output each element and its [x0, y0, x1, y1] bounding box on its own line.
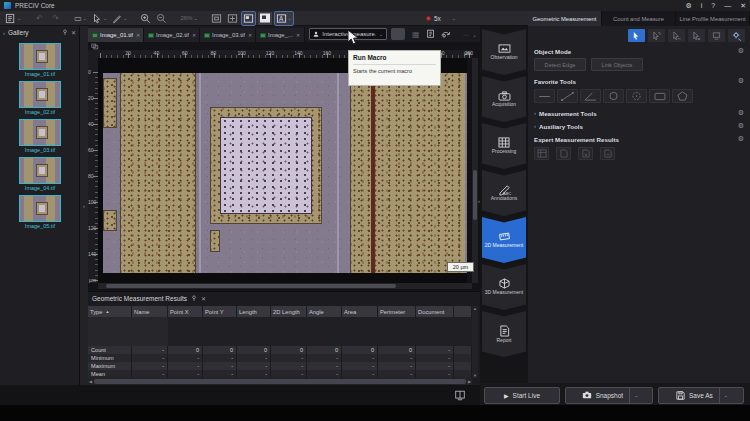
polygon-tool-button[interactable]	[672, 89, 693, 103]
summary-row[interactable]: Minimum---------	[88, 354, 472, 362]
edit-object-button[interactable]	[668, 29, 685, 42]
zoom-in-button[interactable]	[139, 12, 152, 25]
link-objects-button[interactable]: Link Objects	[591, 58, 643, 71]
line-tool-button[interactable]	[534, 89, 555, 103]
measurement-tools-header[interactable]: › Measurement Tools ⚙	[528, 106, 750, 119]
close-icon[interactable]: ✕	[740, 2, 746, 10]
snapshot-options-chevron[interactable]: ⌄	[629, 388, 642, 403]
document-tab[interactable]: Image_... ✕	[256, 28, 305, 42]
magnification-dropdown[interactable]: 5x ⌄	[426, 15, 456, 22]
column-header[interactable]: Type ▲	[88, 306, 132, 317]
snapshot-button[interactable]: Snapshot ⌄	[565, 387, 653, 404]
microscope-image[interactable]	[103, 73, 467, 273]
object-settings-button[interactable]	[728, 29, 745, 42]
detect-edge-button[interactable]: Detect Edge	[534, 58, 586, 71]
task-acquisition[interactable]: Acquisition	[482, 76, 526, 122]
task-observation[interactable]: Observation	[482, 29, 526, 75]
navigator-toggle-button[interactable]	[242, 12, 255, 25]
gallery-thumbnail[interactable]	[19, 195, 61, 222]
run-macro-button[interactable]	[391, 28, 405, 40]
close-tab-icon[interactable]: ✕	[248, 32, 252, 38]
task-3d-measurement[interactable]: 3D Measurement	[482, 264, 526, 310]
gear-icon[interactable]: ⚙	[738, 109, 744, 117]
zoom-out-button[interactable]	[155, 12, 168, 25]
select-rect-button[interactable]: ▭⌄	[73, 12, 88, 25]
edit-macro-button[interactable]	[440, 25, 451, 43]
viewer-horizontal-scrollbar[interactable]	[98, 283, 472, 289]
column-header[interactable]: Name	[132, 306, 168, 317]
chevron-down-icon[interactable]: ⌄	[472, 31, 477, 38]
new-report-button[interactable]: ⌄	[4, 12, 22, 25]
gear-icon[interactable]: ⚙	[738, 77, 744, 85]
pointer-tool-button[interactable]: ⌄	[91, 12, 108, 25]
polyline-tool-button[interactable]	[557, 89, 578, 103]
undo-button[interactable]: ↶	[33, 12, 46, 25]
task-report[interactable]: Report	[482, 311, 526, 357]
summary-row[interactable]: Mean---------	[88, 370, 472, 378]
tab-options-icon[interactable]: ⋯	[463, 31, 469, 38]
close-gallery-icon[interactable]: ✕	[71, 29, 76, 36]
pan-window-button[interactable]	[258, 12, 272, 25]
gallery-thumbnail[interactable]	[19, 119, 61, 146]
gallery-item[interactable]: Image_01.tif	[0, 43, 80, 77]
info-icon[interactable]: i	[701, 2, 703, 9]
gallery-thumbnail[interactable]	[19, 43, 61, 70]
column-header[interactable]: Point Y	[203, 306, 237, 317]
column-header[interactable]: 2D Length	[271, 306, 307, 317]
fit-to-window-button[interactable]	[210, 12, 223, 25]
start-live-button[interactable]: ▶ Start Live	[484, 387, 560, 404]
info-stamp-button[interactable]: A ⌄	[275, 12, 293, 25]
column-header[interactable]: Area	[342, 306, 378, 317]
export-table-button[interactable]	[534, 147, 549, 160]
gallery-item[interactable]: Image_04.tif	[0, 157, 80, 191]
results-table-body[interactable]	[88, 317, 472, 346]
column-header[interactable]: Point X	[168, 306, 203, 317]
close-tab-icon[interactable]: ✕	[296, 32, 300, 38]
zoom-level-dropdown[interactable]: 26% ⌄	[179, 12, 198, 25]
results-vertical-scrollbar[interactable]: ▲▼	[472, 306, 478, 378]
summary-row[interactable]: Count-0000000-	[88, 346, 472, 354]
export-workbook-button[interactable]	[578, 147, 593, 160]
document-tab[interactable]: Image_01.tif ✕	[88, 28, 144, 42]
gear-icon[interactable]: ⚙	[738, 47, 744, 55]
pin-icon[interactable]	[62, 29, 68, 36]
column-header[interactable]: Perimeter	[378, 306, 416, 317]
pin-icon[interactable]	[191, 295, 197, 302]
tab-line-profile-measurement[interactable]: Line Profile Measurement	[676, 11, 750, 26]
circle-tool-button[interactable]	[603, 89, 624, 103]
document-tab[interactable]: Image_02.tif ✕	[144, 28, 200, 42]
angle-tool-button[interactable]	[580, 89, 601, 103]
gear-icon[interactable]: ⚙	[738, 135, 744, 143]
column-header[interactable]: Angle	[307, 306, 342, 317]
tab-geometric-measurement[interactable]: Geometric Measurement	[528, 11, 602, 26]
chevron-left-icon[interactable]: ‹	[83, 203, 85, 209]
redo-button[interactable]: ↷	[49, 12, 62, 25]
delete-object-button[interactable]	[688, 29, 705, 42]
export-file-button[interactable]	[556, 147, 571, 160]
select-object-button[interactable]	[628, 29, 645, 42]
view-layers-icon[interactable]	[91, 43, 99, 50]
gallery-collapse-strip[interactable]: ‹	[80, 26, 88, 385]
close-results-icon[interactable]: ✕	[201, 295, 206, 302]
settings-icon[interactable]: ⚙	[685, 2, 691, 10]
move-object-button[interactable]	[648, 29, 665, 42]
record-macro-button[interactable]	[426, 25, 436, 43]
actual-size-button[interactable]	[226, 12, 239, 25]
gallery-item[interactable]: Image_02.tif	[0, 81, 80, 115]
pin-object-button[interactable]	[708, 29, 725, 42]
collapse-gallery-icon[interactable]: ‹	[3, 30, 5, 36]
panel-expander-icon[interactable]: ‹	[478, 198, 480, 204]
viewer-vertical-scrollbar[interactable]	[472, 58, 478, 283]
save-as-options-chevron[interactable]: ⌄	[719, 388, 732, 403]
export-csv-button[interactable]	[600, 147, 615, 160]
stop-macro-icon[interactable]: ▦	[409, 28, 422, 41]
summary-row[interactable]: Maximum---------	[88, 362, 472, 370]
gallery-thumbnail[interactable]	[19, 157, 61, 184]
annotation-tool-button[interactable]: ⌄	[111, 12, 128, 25]
tab-count-and-measure[interactable]: Count and Measure	[602, 11, 676, 26]
manual-book-icon[interactable]	[454, 390, 466, 401]
chevron-down-icon[interactable]: ⌄	[17, 15, 21, 21]
gallery-item[interactable]: Image_05.tif	[0, 195, 80, 229]
close-tab-icon[interactable]: ✕	[192, 32, 196, 38]
task-annotations[interactable]: ABC Annotations	[482, 170, 526, 216]
